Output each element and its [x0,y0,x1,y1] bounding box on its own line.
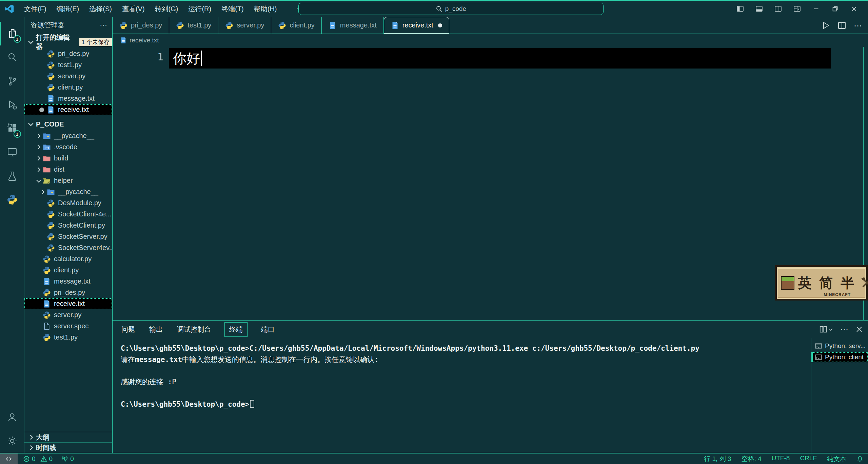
panel-more-icon[interactable]: ⋯ [840,325,848,334]
open-editor-pri_des.py[interactable]: pri_des.py [24,48,112,59]
menu-item-1[interactable]: 编辑(E) [52,3,84,15]
status-right: 行 1, 列 3空格: 4UTF-8CRLF纯文本 [704,455,868,463]
tab-message.txt[interactable]: message.txt [322,17,384,34]
restore-icon[interactable] [827,2,843,16]
tree-item-server.spec[interactable]: server.spec [24,321,112,332]
menu-item-0[interactable]: 文件(F) [20,3,51,15]
open-editors-header[interactable]: 打开的编辑器 1 个未保存 [24,36,112,48]
tab-server.py[interactable]: server.py [218,17,271,34]
panel-tab-调试控制台[interactable]: 调试控制台 [176,323,212,336]
activity-run-debug-icon[interactable] [0,93,24,117]
menu-item-7[interactable]: 帮助(H) [250,3,281,15]
problems-status[interactable]: 0 0 [23,455,53,463]
toggle-panel-icon[interactable] [751,2,767,16]
open-editor-server.py[interactable]: server.py [24,71,112,82]
outline-section[interactable]: 大纲 [24,432,112,442]
tree-item-server.py[interactable]: server.py [24,309,112,321]
panel-tab-输出[interactable]: 输出 [149,323,163,336]
status-item-2[interactable]: UTF-8 [772,455,790,463]
activity-remote-explorer-icon[interactable] [0,140,24,164]
tab-pri_des.py[interactable]: pri_des.py [113,17,169,34]
textfile-icon [47,106,55,114]
menu-item-6[interactable]: 终端(T) [217,3,248,15]
status-item-3[interactable]: CRLF [800,455,817,463]
terminal-instance-Python: serv...[interactable]: Python: serv... [811,341,868,351]
open-editor-receive.txt[interactable]: receive.txt [24,104,112,115]
tab-client.py[interactable]: client.py [271,17,321,34]
panel-tab-问题[interactable]: 问题 [121,323,136,336]
open-editor-test1.py[interactable]: test1.py [24,59,112,71]
tree-item-client.py[interactable]: client.py [24,265,112,276]
split-terminal-icon[interactable] [819,325,833,333]
timeline-section[interactable]: 时间线 [24,442,112,453]
activity-source-control-icon[interactable] [0,69,24,93]
file-label: helper [54,177,73,185]
status-item-4[interactable]: 纯文本 [827,455,846,463]
command-center-search[interactable]: p_code [298,3,604,15]
sidebar-more-actions-icon[interactable]: ⋯ [100,21,107,30]
menu-item-3[interactable]: 查看(V) [118,3,149,15]
terminal-label: Python: client [825,353,864,361]
tree-item-dist[interactable]: dist [24,164,112,175]
run-python-file-icon[interactable] [821,21,830,30]
tree-item-__pycache__[interactable]: __pycache__ [24,130,112,141]
status-item-1[interactable]: 空格: 4 [741,455,761,463]
split-editor-icon[interactable] [837,21,846,30]
menu-item-2[interactable]: 选择(S) [85,3,116,15]
tree-item-SocketClient-4e...[interactable]: SocketClient-4e... [24,209,112,220]
activity-settings-icon[interactable] [0,429,24,453]
tree-item-receive.txt[interactable]: receive.txt [24,298,112,309]
remote-indicator[interactable] [0,453,18,464]
minimize-icon[interactable] [808,2,824,16]
tree-item-__pycache__[interactable]: __pycache__ [24,186,112,197]
more-actions-icon[interactable]: ⋯ [854,21,862,30]
open-editor-client.py[interactable]: client.py [24,82,112,93]
chevron-right-icon [28,444,35,451]
tree-item-SocketServer.py[interactable]: SocketServer.py [24,231,112,242]
tree-item-message.txt[interactable]: message.txt [24,276,112,287]
menu-item-5[interactable]: 运行(R) [184,3,216,15]
panel-tab-端口[interactable]: 端口 [260,323,275,336]
project-header[interactable]: P_CODE [24,118,112,130]
tab-receive.txt[interactable]: receive.txt [384,17,449,34]
tree-item-calculator.py[interactable]: calculator.py [24,253,112,265]
editor[interactable]: 1 你好 英 简 半 MINECRAFT [113,47,868,320]
menu-item-4[interactable]: 转到(G) [151,3,183,15]
tree-item-DesModule.py[interactable]: DesModule.py [24,197,112,209]
toggle-secondary-sidebar-icon[interactable] [770,2,786,16]
terminal-instance-Python: client[interactable]: Python: client [811,352,868,362]
toggle-sidebar-icon[interactable] [732,2,748,16]
activity-explorer-badge: 1 [14,35,21,43]
tab-test1.py[interactable]: test1.py [169,17,218,34]
notifications-bell-icon[interactable] [856,456,863,462]
activity-extensions-icon[interactable]: 1 [0,117,24,140]
activity-account-icon[interactable] [0,405,24,429]
activity-search-icon[interactable] [0,45,24,69]
breadcrumb[interactable]: receive.txt [113,34,868,47]
open-editor-message.txt[interactable]: message.txt [24,93,112,104]
tree-item-SocketClient.py[interactable]: SocketClient.py [24,220,112,231]
close-icon[interactable] [846,2,862,16]
activity-explorer-icon[interactable]: 1 [0,22,24,45]
timeline-label: 时间线 [36,443,56,452]
ports-status[interactable]: 0 [61,455,74,463]
ime-mode-chars[interactable]: 英 简 半 [798,274,856,292]
tree-item-pri_des.py[interactable]: pri_des.py [24,287,112,298]
tree-item-SocketServer4ev...[interactable]: SocketServer4ev... [24,242,112,253]
terminal-instance-list: Python: serv...Python: client [811,338,868,453]
textfile-icon [391,21,399,30]
activity-testing-icon[interactable] [0,164,24,188]
tree-item-.vscode[interactable]: .vscode [24,141,112,153]
tree-item-helper[interactable]: helper [24,175,112,186]
activity-bar: 11 [0,17,24,453]
file-label: SocketClient-4e... [58,210,112,218]
terminal-output[interactable]: C:\Users\ghb55\Desktop\p_code>C:/Users/g… [113,338,811,453]
activity-python-icon[interactable] [0,188,24,212]
status-item-0[interactable]: 行 1, 列 3 [704,455,731,463]
tree-item-build[interactable]: build [24,153,112,164]
panel-tab-终端[interactable]: 终端 [224,322,248,337]
customize-layout-icon[interactable] [789,2,805,16]
tab-label: server.py [237,21,264,29]
panel-close-icon[interactable] [855,325,863,333]
tree-item-test1.py[interactable]: test1.py [24,332,112,343]
